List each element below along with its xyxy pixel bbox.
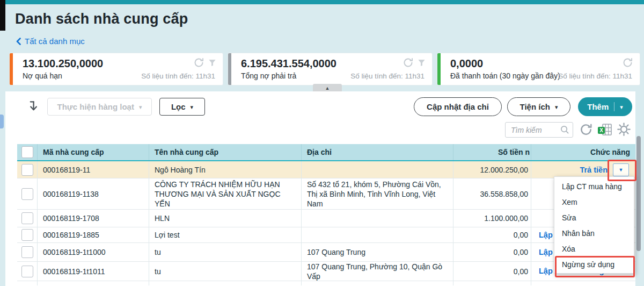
row-checkbox-cell	[17, 210, 38, 227]
supplier-amount: 36.558.858,00	[453, 178, 531, 209]
card-value: 6.195.431.554,0000	[241, 58, 336, 70]
filter-button[interactable]: Lọc ▾	[159, 98, 205, 116]
filter-label: Lọc	[171, 102, 186, 111]
supplier-name: tu	[149, 262, 302, 281]
supplier-code: 000168119-11	[38, 161, 149, 178]
column-header-actions[interactable]: Chức năng	[531, 144, 635, 160]
add-button[interactable]: Thêm ▾	[578, 97, 632, 116]
vertical-scrollbar-thumb[interactable]	[636, 136, 641, 251]
column-header-name[interactable]: Tên nhà cung cấp	[149, 144, 302, 160]
menu-item[interactable]: Ngừng sử dụng	[554, 257, 634, 273]
chevron-down-icon: ▾	[139, 104, 142, 111]
menu-item[interactable]: Sửa	[554, 210, 634, 226]
card-accent-bar	[437, 53, 441, 85]
menu-item[interactable]: Lập CT mua hàng	[554, 179, 634, 195]
supplier-name: tu	[149, 243, 302, 261]
export-excel-icon[interactable]: X	[597, 123, 613, 137]
collapse-summary-tab[interactable]: ▲	[313, 84, 342, 92]
table-row[interactable]: 000168119-11Ngô Hoàng Tín12.000.250,00Tr…	[17, 160, 635, 178]
pay-link[interactable]: Trả tiền	[580, 165, 608, 175]
filter-icon[interactable]	[418, 59, 426, 67]
supplier-address: 107 Quang Trung	[302, 243, 453, 261]
supplier-name: HLN	[149, 210, 302, 227]
select-all-checkbox[interactable]	[21, 146, 33, 158]
card-label: Đã thanh toán (30 ngày gần đây)	[450, 72, 560, 80]
supplier-address: 107 Quang Trung, Phường 10, Quận Gò Vấp	[302, 262, 453, 281]
table-body: 000168119-11Ngô Hoàng Tín12.000.250,00Tr…	[17, 160, 635, 285]
reload-table-icon[interactable]	[579, 123, 593, 137]
left-edge-widget	[0, 115, 4, 128]
row-checkbox[interactable]	[21, 212, 33, 224]
refresh-icon[interactable]	[622, 57, 633, 68]
card-value: 0,0000	[450, 58, 483, 70]
utilities-button[interactable]: Tiện ích ▾	[507, 97, 570, 116]
empty-cell	[38, 281, 149, 285]
row-actions-cell: Trả tiền▼	[531, 161, 635, 178]
supplier-address	[302, 161, 453, 178]
svg-text:X: X	[599, 127, 603, 133]
batch-action-label: Thực hiện hàng loạt	[57, 102, 134, 111]
menu-item[interactable]: Nhân bản	[554, 226, 634, 241]
supplier-code: 000168119-1138	[38, 178, 149, 209]
supplier-address	[302, 210, 453, 227]
breadcrumb-back-link[interactable]: Tất cả danh mục	[16, 37, 85, 46]
row-action-dropdown-button[interactable]: ▼	[613, 163, 629, 176]
supplier-code: 000168119-1t1000	[38, 243, 149, 261]
supplier-amount: 0,00	[453, 227, 531, 242]
column-header-amount[interactable]: Số tiền n	[453, 144, 531, 160]
button-divider	[614, 102, 614, 111]
supplier-name: Lợi test	[149, 227, 302, 242]
table-row-partial	[17, 281, 635, 285]
empty-cell	[302, 281, 453, 285]
column-header-code[interactable]: Mã nhà cung cấp	[38, 144, 149, 160]
chevron-down-icon: ▾	[555, 104, 558, 111]
card-label: Tổng nợ phải trả	[241, 72, 296, 80]
supplier-amount: 12.000.250,00	[453, 161, 531, 178]
table-row[interactable]: 000168119-1138CÔNG TY TRÁCH NHIỆM HỮU HẠ…	[17, 178, 635, 210]
filter-icon[interactable]	[208, 59, 216, 67]
supplier-name: Ngô Hoàng Tín	[149, 161, 302, 178]
window-corner-block	[0, 0, 5, 31]
supplier-amount: 0,00	[453, 243, 531, 261]
search-icon	[560, 125, 569, 134]
empty-cell	[453, 281, 531, 285]
table-row[interactable]: 000168119-1t1000tu107 Quang Trung0,00Lập…	[17, 243, 635, 262]
chevron-down-icon: ▾	[620, 104, 623, 111]
export-download-icon[interactable]	[28, 99, 41, 113]
empty-cell	[149, 281, 302, 285]
update-address-label: Cập nhật địa chỉ	[427, 102, 489, 111]
empty-cell	[17, 281, 38, 285]
summary-card-paid-30-days: 0,0000 Đã thanh toán (30 ngày gần đây) S…	[437, 53, 640, 85]
row-checkbox[interactable]	[21, 266, 33, 277]
update-address-button[interactable]: Cập nhật địa chỉ	[414, 97, 502, 116]
row-checkbox-cell	[17, 262, 38, 281]
refresh-icon[interactable]	[402, 57, 414, 68]
supplier-name: CÔNG TY TRÁCH NHIỆM HỮU HẠN THƯƠNG MẠI V…	[149, 178, 302, 209]
menu-item[interactable]: Xóa	[554, 241, 634, 257]
card-accent-bar	[10, 53, 13, 85]
row-checkbox[interactable]	[21, 188, 33, 200]
column-header-address[interactable]: Địa chỉ	[302, 144, 453, 160]
table-row[interactable]: 000168119-1708HLN1.100.000,00	[17, 210, 635, 227]
table-row[interactable]: 000168119-1885Lợi test0,00Lập CT mua hàn…	[17, 227, 635, 243]
table-row[interactable]: 000168119-1t1011tu107 Quang Trung, Phườn…	[17, 262, 635, 281]
refresh-icon[interactable]	[193, 57, 204, 68]
row-checkbox[interactable]	[21, 164, 33, 176]
app-top-accent-bar	[5, 0, 644, 4]
add-label: Thêm	[587, 102, 609, 111]
row-checkbox[interactable]	[21, 229, 33, 241]
utilities-label: Tiện ích	[520, 102, 550, 111]
supplier-address: Số 432 tổ 21, khóm 5, Phường Cái Vồn, Th…	[302, 178, 453, 209]
row-checkbox[interactable]	[21, 246, 33, 258]
row-actions-context-menu: Lập CT mua hàngXemSửaNhân bảnXóaNgừng sử…	[554, 176, 634, 274]
row-checkbox-cell	[17, 178, 38, 209]
search-box	[505, 122, 573, 138]
caret-down-icon: ▼	[619, 165, 624, 175]
card-meta: Số liệu tính đến: 11h31	[141, 72, 215, 80]
summary-card-total-payable: 6.195.431.554,0000 Tổng nợ phải trả Số l…	[228, 53, 432, 85]
collapse-arrow-icon: ▲	[325, 85, 330, 91]
menu-item[interactable]: Xem	[554, 195, 634, 210]
supplier-address	[302, 227, 453, 242]
batch-action-button[interactable]: Thực hiện hàng loạt ▾	[47, 98, 152, 116]
settings-gear-icon[interactable]	[617, 122, 631, 137]
